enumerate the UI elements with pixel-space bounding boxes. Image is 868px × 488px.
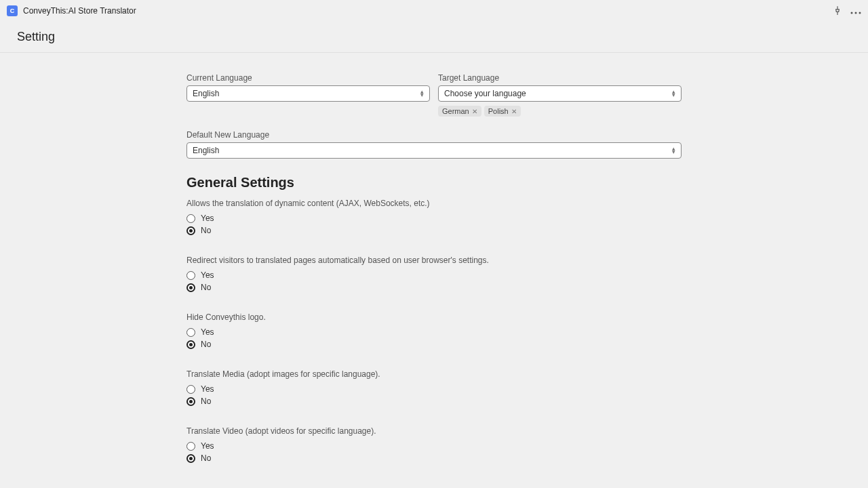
setting-label: Translate Media (adopt images for specif… xyxy=(186,369,682,379)
chevron-updown-icon: ▴▾ xyxy=(672,90,675,98)
radio-label: Yes xyxy=(201,384,214,394)
setting-label: Redirect visitors to translated pages au… xyxy=(186,256,682,265)
radio-icon xyxy=(186,397,195,406)
radio-option-no[interactable]: No xyxy=(186,226,682,235)
radio-option-yes[interactable]: Yes xyxy=(186,384,682,394)
default-language-select[interactable]: English ▴▾ xyxy=(186,142,682,159)
radio-icon xyxy=(186,385,195,394)
radio-icon xyxy=(186,328,195,337)
target-language-select[interactable]: Choose your language ▴▾ xyxy=(438,85,682,102)
setting-label: Hide Conveythis logo. xyxy=(186,312,682,322)
svg-point-2 xyxy=(859,12,861,14)
radio-label: No xyxy=(201,453,211,463)
radio-label: Yes xyxy=(201,441,214,451)
radio-icon xyxy=(186,454,195,463)
radio-option-yes[interactable]: Yes xyxy=(186,214,682,223)
current-language-label: Current Language xyxy=(186,73,430,83)
general-settings-title: General Settings xyxy=(186,175,682,190)
app-title: ConveyThis:AI Store Translator xyxy=(23,6,833,16)
radio-icon xyxy=(186,340,195,349)
radio-option-no[interactable]: No xyxy=(186,453,682,463)
language-tag: Polish✕ xyxy=(484,106,521,117)
target-language-label: Target Language xyxy=(438,73,682,83)
default-language-value: English xyxy=(193,146,219,155)
svg-point-1 xyxy=(855,12,857,14)
radio-option-yes[interactable]: Yes xyxy=(186,441,682,451)
target-language-placeholder: Choose your language xyxy=(444,89,526,98)
radio-icon xyxy=(186,283,195,292)
radio-label: No xyxy=(201,283,211,292)
setting-item: Allows the translation of dynamic conten… xyxy=(186,199,682,235)
tag-label: Polish xyxy=(488,107,509,115)
pin-icon[interactable] xyxy=(833,5,842,17)
setting-item: Hide Conveythis logo.YesNo xyxy=(186,312,682,349)
tag-label: German xyxy=(442,107,469,115)
setting-label: Allows the translation of dynamic conten… xyxy=(186,199,682,208)
titlebar: C ConveyThis:AI Store Translator xyxy=(0,0,868,22)
radio-option-no[interactable]: No xyxy=(186,340,682,349)
current-language-value: English xyxy=(193,89,219,98)
radio-option-yes[interactable]: Yes xyxy=(186,327,682,337)
default-language-label: Default New Language xyxy=(186,130,682,140)
radio-label: Yes xyxy=(201,214,214,223)
app-icon: C xyxy=(7,5,18,16)
tag-remove-icon[interactable]: ✕ xyxy=(511,108,517,115)
radio-option-no[interactable]: No xyxy=(186,283,682,292)
page-header: Setting xyxy=(0,22,868,53)
chevron-updown-icon: ▴▾ xyxy=(672,147,675,155)
radio-option-yes[interactable]: Yes xyxy=(186,270,682,280)
radio-option-no[interactable]: No xyxy=(186,396,682,406)
radio-label: No xyxy=(201,340,211,349)
current-language-select[interactable]: English ▴▾ xyxy=(186,85,430,102)
content: Current Language English ▴▾ Target Langu… xyxy=(186,53,682,463)
more-icon[interactable] xyxy=(850,5,861,16)
tag-remove-icon[interactable]: ✕ xyxy=(472,108,477,115)
target-language-tags: German✕Polish✕ xyxy=(438,106,682,117)
page-title: Setting xyxy=(17,30,851,44)
radio-label: No xyxy=(201,396,211,406)
radio-label: Yes xyxy=(201,327,214,337)
setting-item: Redirect visitors to translated pages au… xyxy=(186,256,682,292)
setting-label: Translate Video (adopt videos for specif… xyxy=(186,426,682,436)
radio-icon xyxy=(186,442,195,451)
setting-item: Translate Video (adopt videos for specif… xyxy=(186,426,682,463)
chevron-updown-icon: ▴▾ xyxy=(420,90,424,98)
setting-item: Translate Media (adopt images for specif… xyxy=(186,369,682,406)
radio-icon xyxy=(186,214,195,223)
radio-label: No xyxy=(201,226,211,235)
radio-icon xyxy=(186,271,195,280)
radio-icon xyxy=(186,226,195,235)
svg-point-0 xyxy=(851,12,853,14)
radio-label: Yes xyxy=(201,270,214,280)
language-tag: German✕ xyxy=(438,106,481,117)
